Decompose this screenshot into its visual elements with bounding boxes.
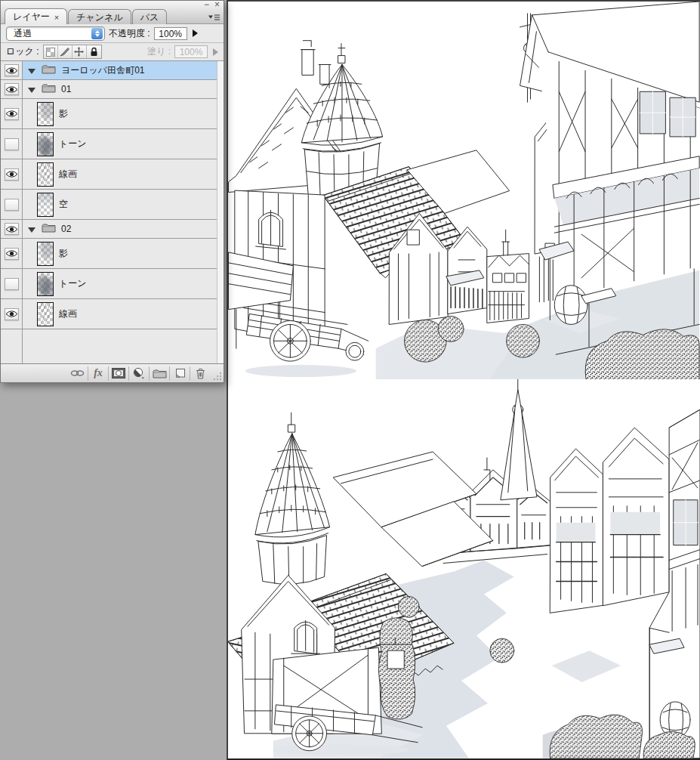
tab-close-icon[interactable]: × — [54, 13, 59, 22]
visibility-toggle[interactable] — [1, 299, 23, 329]
adjustment-icon — [133, 367, 145, 379]
eye-icon — [5, 66, 18, 75]
layer-row-content[interactable]: 02 — [23, 220, 224, 238]
eye-visible-box[interactable] — [5, 248, 19, 260]
opacity-slider-arrow[interactable] — [193, 29, 198, 37]
eye-hidden-box[interactable] — [5, 199, 19, 211]
folder-icon — [42, 223, 56, 233]
panel-resize-grip[interactable] — [210, 366, 222, 381]
blend-options-row: 通過 不透明度 : 100% — [1, 24, 224, 43]
eye-visible-box[interactable] — [5, 108, 19, 120]
eye-visible-box[interactable] — [5, 168, 19, 181]
brush-icon — [60, 47, 69, 57]
canvas-area — [227, 0, 700, 760]
street-lineart-top — [228, 2, 700, 379]
new-group-button[interactable] — [149, 366, 169, 381]
new-layer-button[interactable] — [169, 366, 190, 381]
layer-row-content[interactable]: 空 — [23, 190, 224, 219]
opacity-field[interactable]: 100% — [154, 27, 187, 40]
lock-pixels-button[interactable] — [58, 45, 72, 58]
add-layer-mask-button[interactable] — [108, 366, 128, 381]
visibility-toggle[interactable] — [1, 190, 23, 219]
layer-style-button[interactable]: fx — [88, 366, 108, 381]
layer-row-content[interactable]: 影 — [23, 99, 224, 128]
visibility-toggle[interactable] — [1, 61, 23, 79]
disclosure-triangle-icon[interactable] — [28, 88, 35, 93]
thumbnail-art — [38, 163, 53, 186]
visibility-toggle[interactable] — [1, 220, 23, 238]
disclosure-triangle-icon[interactable] — [28, 227, 35, 233]
tab-channels-label: チャンネル — [76, 11, 122, 24]
visibility-toggle[interactable] — [1, 129, 23, 159]
tab-layers-label: レイヤー — [13, 11, 50, 23]
layer-row[interactable]: 線画 — [1, 299, 224, 329]
layer-thumbnail[interactable] — [37, 302, 54, 326]
eye-visible-box[interactable] — [5, 308, 19, 320]
layer-row-content[interactable]: 線画 — [23, 159, 224, 189]
layer-name: 線画 — [59, 168, 77, 181]
layer-thumbnail[interactable] — [37, 242, 54, 266]
panel-minimize-button[interactable]: − — [204, 1, 209, 9]
visibility-toggle[interactable] — [1, 99, 23, 128]
layer-group-row[interactable]: 02 — [1, 220, 224, 239]
layer-name: ヨーロッパ田舎町01 — [61, 64, 144, 77]
layer-row[interactable]: 影 — [1, 239, 224, 269]
fill-slider-arrow — [213, 48, 218, 56]
visibility-toggle[interactable] — [1, 159, 23, 189]
adjustment-layer-button[interactable] — [128, 366, 149, 381]
layer-row[interactable]: トーン — [1, 269, 224, 299]
panel-title-bar: − × レイヤー × チャンネル パス — [1, 1, 224, 24]
layer-group-row[interactable]: ヨーロッパ田舎町01 — [1, 61, 224, 80]
layer-row-content[interactable]: 影 — [23, 239, 224, 268]
fill-label: 塗り : — [147, 45, 171, 58]
visibility-toggle[interactable] — [1, 80, 23, 98]
eye-hidden-box[interactable] — [5, 138, 19, 150]
eye-icon — [5, 249, 18, 258]
folder-icon — [42, 83, 56, 93]
folder-icon — [42, 64, 56, 74]
layer-thumbnail[interactable] — [37, 272, 54, 296]
layer-thumbnail[interactable] — [37, 193, 54, 217]
layer-thumbnail[interactable] — [37, 162, 54, 187]
visibility-toggle[interactable] — [1, 269, 23, 298]
layer-name: 影 — [59, 107, 68, 120]
link-layers-button[interactable] — [67, 366, 88, 381]
lock-transparency-button[interactable] — [44, 45, 58, 58]
eye-hidden-box[interactable] — [5, 278, 19, 290]
tab-layers[interactable]: レイヤー × — [5, 8, 67, 24]
disclosure-triangle-icon[interactable] — [28, 69, 35, 74]
eye-visible-box[interactable] — [5, 223, 19, 235]
layer-row[interactable]: トーン — [1, 129, 224, 159]
panel-close-button[interactable]: × — [214, 1, 220, 9]
resize-grip-icon — [212, 371, 222, 381]
layer-row-content[interactable]: トーン — [23, 269, 224, 298]
scrollbar-track[interactable] — [217, 61, 224, 363]
layer-name: トーン — [59, 277, 87, 290]
layer-row-content[interactable]: ヨーロッパ田舎町01 — [23, 61, 224, 79]
lock-all-button[interactable] — [87, 45, 101, 58]
layers-panel: − × レイヤー × チャンネル パス 通過 不透明度 : — [0, 0, 224, 383]
eye-icon — [5, 110, 18, 118]
visibility-toggle[interactable] — [1, 239, 23, 268]
tab-channels[interactable]: チャンネル — [68, 9, 131, 24]
panel-menu-button[interactable] — [206, 12, 221, 22]
layer-group-row[interactable]: 01 — [1, 80, 224, 99]
layer-row-content[interactable]: 線画 — [23, 299, 224, 329]
layer-thumbnail[interactable] — [37, 102, 54, 126]
layer-row[interactable]: 空 — [1, 190, 224, 220]
tab-paths[interactable]: パス — [132, 9, 168, 24]
blend-mode-select[interactable]: 通過 — [6, 26, 105, 41]
eye-visible-box[interactable] — [5, 64, 19, 76]
delete-layer-button[interactable] — [190, 366, 210, 381]
layer-row[interactable]: 影 — [1, 99, 224, 129]
layer-row-content[interactable]: トーン — [23, 129, 224, 159]
layer-mask-icon — [112, 368, 125, 378]
panel-bottom-toolbar: fx — [1, 363, 224, 382]
layer-name: 空 — [59, 198, 68, 211]
eye-icon — [5, 170, 18, 178]
layer-thumbnail[interactable] — [37, 132, 54, 156]
layer-row-content[interactable]: 01 — [23, 80, 224, 98]
layer-row[interactable]: 線画 — [1, 159, 224, 190]
eye-visible-box[interactable] — [5, 83, 19, 95]
lock-position-button[interactable] — [72, 45, 87, 58]
